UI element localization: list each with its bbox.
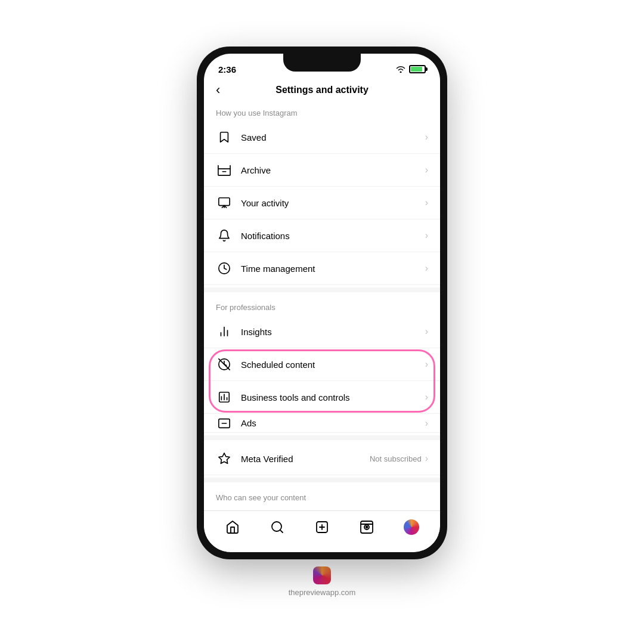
content-scroll: How you use Instagram Saved › xyxy=(204,100,440,552)
nav-home[interactable] xyxy=(219,514,246,540)
menu-item-time-management[interactable]: Time management › xyxy=(204,252,440,285)
watermark-section: thepreviewapp.com xyxy=(289,566,356,597)
battery-fill xyxy=(411,67,422,72)
scheduled-content-label: Scheduled content xyxy=(241,360,425,370)
menu-item-scheduled-content[interactable]: Scheduled content › xyxy=(204,348,440,381)
phone-frame: 2:36 ‹ Settings and activi xyxy=(197,47,447,559)
divider-who-can-see xyxy=(204,478,440,482)
archive-chevron: › xyxy=(425,165,428,175)
battery-icon xyxy=(409,65,426,73)
back-button[interactable]: ‹ xyxy=(216,82,220,98)
section-header-who-can-see: Who can see your content xyxy=(204,485,440,506)
your-activity-label: Your activity xyxy=(241,198,425,208)
page-title: Settings and activity xyxy=(275,85,369,95)
archive-label: Archive xyxy=(241,165,425,175)
phone-screen: 2:36 ‹ Settings and activi xyxy=(204,54,440,552)
wifi-icon xyxy=(396,66,405,73)
time-management-chevron: › xyxy=(425,263,428,274)
menu-item-your-activity[interactable]: Your activity › xyxy=(204,187,440,219)
your-activity-chevron: › xyxy=(425,197,428,208)
clock-icon xyxy=(216,260,233,277)
menu-item-ads[interactable]: Ads › xyxy=(204,414,440,433)
highlight-group: Scheduled content › xyxy=(204,348,440,414)
divider-professionals xyxy=(204,287,440,292)
business-tools-icon xyxy=(216,389,233,405)
ads-icon xyxy=(216,415,233,432)
bell-icon xyxy=(216,227,233,244)
watermark-text: thepreviewapp.com xyxy=(289,588,356,597)
insights-label: Insights xyxy=(241,327,425,337)
insights-icon xyxy=(216,323,233,340)
scheduled-chevron: › xyxy=(425,359,428,370)
svg-point-28 xyxy=(366,526,368,528)
phone-notch xyxy=(283,54,361,72)
meta-verified-label: Meta Verified xyxy=(241,454,370,464)
profile-gradient-icon xyxy=(404,519,419,535)
meta-verified-icon xyxy=(216,450,233,467)
nav-profile[interactable] xyxy=(398,514,425,540)
scheduled-icon xyxy=(216,356,233,373)
notifications-label: Notifications xyxy=(241,231,425,241)
business-tools-label: Business tools and controls xyxy=(241,392,425,402)
nav-reels[interactable] xyxy=(354,514,380,540)
svg-rect-1 xyxy=(219,198,230,206)
menu-item-meta-verified[interactable]: Meta Verified Not subscribed › xyxy=(204,442,440,475)
business-tools-chevron: › xyxy=(425,392,428,402)
saved-label: Saved xyxy=(241,132,425,143)
saved-icon xyxy=(216,129,233,145)
ads-chevron: › xyxy=(425,418,428,429)
notifications-chevron: › xyxy=(425,230,428,241)
bottom-nav xyxy=(204,510,440,552)
activity-icon xyxy=(216,194,233,211)
time-management-label: Time management xyxy=(241,264,425,274)
section-header-professionals: For professionals xyxy=(204,295,440,315)
status-time: 2:36 xyxy=(218,64,236,75)
menu-item-saved[interactable]: Saved › xyxy=(204,121,440,154)
nav-plus[interactable] xyxy=(309,514,335,540)
page-wrapper: 2:36 ‹ Settings and activi xyxy=(0,0,644,644)
nav-search[interactable] xyxy=(264,514,290,540)
status-icons xyxy=(396,65,426,73)
menu-item-notifications[interactable]: Notifications › xyxy=(204,219,440,252)
svg-line-22 xyxy=(280,530,282,532)
meta-verified-badge: Not subscribed xyxy=(370,454,422,463)
section-header-how-you-use: How you use Instagram xyxy=(204,100,440,121)
saved-chevron: › xyxy=(425,132,428,143)
menu-item-insights[interactable]: Insights › xyxy=(204,315,440,348)
menu-item-archive[interactable]: Archive › xyxy=(204,154,440,187)
insights-chevron: › xyxy=(425,326,428,337)
meta-verified-chevron: › xyxy=(425,453,428,464)
close-friends-chevron: › xyxy=(425,549,428,552)
menu-item-business-tools[interactable]: Business tools and controls › xyxy=(204,381,440,414)
archive-icon xyxy=(216,162,233,178)
ads-label: Ads xyxy=(241,418,425,428)
divider-meta xyxy=(204,435,440,440)
header: ‹ Settings and activity xyxy=(204,80,440,100)
